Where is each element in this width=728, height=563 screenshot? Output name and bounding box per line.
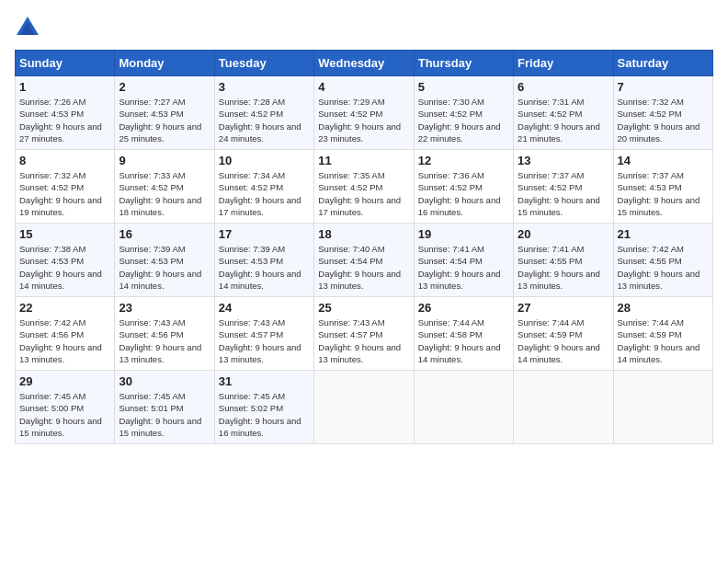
calendar-cell: 28Sunrise: 7:44 AMSunset: 4:59 PMDayligh…: [613, 297, 712, 371]
day-number: 10: [219, 154, 310, 167]
calendar-cell: 25Sunrise: 7:43 AMSunset: 4:57 PMDayligh…: [314, 297, 414, 371]
day-number: 26: [418, 301, 509, 315]
day-info: Sunrise: 7:38 AMSunset: 4:53 PMDaylight:…: [19, 243, 110, 292]
calendar-cell: 27Sunrise: 7:44 AMSunset: 4:59 PMDayligh…: [514, 297, 613, 371]
header-friday: Friday: [514, 51, 613, 76]
day-number: 2: [119, 80, 210, 94]
calendar-cell: 31Sunrise: 7:45 AMSunset: 5:02 PMDayligh…: [214, 371, 313, 444]
day-number: 18: [318, 227, 409, 241]
calendar-week-row: 1Sunrise: 7:26 AMSunset: 4:53 PMDaylight…: [16, 76, 713, 150]
day-info: Sunrise: 7:37 AMSunset: 4:53 PMDaylight:…: [618, 169, 709, 218]
calendar-header-row: SundayMondayTuesdayWednesdayThursdayFrid…: [16, 51, 713, 76]
calendar-cell: [613, 371, 712, 444]
day-number: 25: [318, 301, 409, 315]
calendar-cell: [314, 371, 414, 444]
calendar-week-row: 8Sunrise: 7:32 AMSunset: 4:52 PMDaylight…: [16, 150, 713, 224]
day-number: 1: [19, 80, 110, 94]
calendar-cell: 23Sunrise: 7:43 AMSunset: 4:56 PMDayligh…: [115, 297, 214, 371]
calendar-cell: 20Sunrise: 7:41 AMSunset: 4:55 PMDayligh…: [514, 224, 613, 297]
day-number: 11: [318, 154, 409, 167]
calendar-cell: 26Sunrise: 7:44 AMSunset: 4:58 PMDayligh…: [414, 297, 513, 371]
day-number: 30: [119, 374, 210, 388]
day-info: Sunrise: 7:32 AMSunset: 4:52 PMDaylight:…: [19, 169, 110, 218]
page-header: [15, 15, 713, 40]
day-number: 16: [119, 227, 210, 241]
day-info: Sunrise: 7:40 AMSunset: 4:54 PMDaylight:…: [318, 243, 409, 292]
logo: [15, 15, 44, 40]
calendar-cell: 4Sunrise: 7:29 AMSunset: 4:52 PMDaylight…: [314, 76, 414, 150]
day-number: 19: [418, 227, 509, 241]
calendar-table: SundayMondayTuesdayWednesdayThursdayFrid…: [15, 50, 713, 444]
calendar-cell: 7Sunrise: 7:32 AMSunset: 4:52 PMDaylight…: [613, 76, 712, 150]
day-info: Sunrise: 7:42 AMSunset: 4:56 PMDaylight:…: [19, 316, 110, 365]
calendar-cell: 22Sunrise: 7:42 AMSunset: 4:56 PMDayligh…: [16, 297, 115, 371]
day-info: Sunrise: 7:45 AMSunset: 5:00 PMDaylight:…: [19, 390, 110, 439]
day-info: Sunrise: 7:41 AMSunset: 4:54 PMDaylight:…: [418, 243, 509, 292]
calendar-cell: 9Sunrise: 7:33 AMSunset: 4:52 PMDaylight…: [115, 150, 214, 224]
calendar-cell: 30Sunrise: 7:45 AMSunset: 5:01 PMDayligh…: [115, 371, 214, 444]
day-number: 27: [518, 301, 609, 315]
day-number: 29: [19, 374, 110, 388]
calendar-week-row: 29Sunrise: 7:45 AMSunset: 5:00 PMDayligh…: [16, 371, 713, 444]
day-number: 13: [518, 154, 609, 167]
calendar-cell: 12Sunrise: 7:36 AMSunset: 4:52 PMDayligh…: [414, 150, 513, 224]
header-thursday: Thursday: [414, 51, 513, 76]
day-number: 17: [219, 227, 310, 241]
header-sunday: Sunday: [16, 51, 115, 76]
calendar-cell: 17Sunrise: 7:39 AMSunset: 4:53 PMDayligh…: [214, 224, 313, 297]
day-number: 9: [119, 154, 210, 167]
calendar-cell: 19Sunrise: 7:41 AMSunset: 4:54 PMDayligh…: [414, 224, 513, 297]
day-info: Sunrise: 7:44 AMSunset: 4:59 PMDaylight:…: [618, 316, 709, 365]
day-info: Sunrise: 7:37 AMSunset: 4:52 PMDaylight:…: [518, 169, 609, 218]
calendar-cell: 21Sunrise: 7:42 AMSunset: 4:55 PMDayligh…: [613, 224, 712, 297]
calendar-cell: 2Sunrise: 7:27 AMSunset: 4:53 PMDaylight…: [115, 76, 214, 150]
logo-icon: [15, 15, 40, 40]
calendar-cell: 14Sunrise: 7:37 AMSunset: 4:53 PMDayligh…: [613, 150, 712, 224]
day-info: Sunrise: 7:35 AMSunset: 4:52 PMDaylight:…: [318, 169, 409, 218]
day-info: Sunrise: 7:41 AMSunset: 4:55 PMDaylight:…: [518, 243, 609, 292]
header-wednesday: Wednesday: [314, 51, 414, 76]
day-info: Sunrise: 7:32 AMSunset: 4:52 PMDaylight:…: [618, 96, 709, 144]
day-number: 28: [618, 301, 709, 315]
calendar-cell: 15Sunrise: 7:38 AMSunset: 4:53 PMDayligh…: [16, 224, 115, 297]
day-info: Sunrise: 7:45 AMSunset: 5:02 PMDaylight:…: [219, 390, 310, 439]
calendar-week-row: 15Sunrise: 7:38 AMSunset: 4:53 PMDayligh…: [16, 224, 713, 297]
day-info: Sunrise: 7:42 AMSunset: 4:55 PMDaylight:…: [618, 243, 709, 292]
day-info: Sunrise: 7:39 AMSunset: 4:53 PMDaylight:…: [119, 243, 210, 292]
day-number: 15: [19, 227, 110, 241]
day-info: Sunrise: 7:33 AMSunset: 4:52 PMDaylight:…: [119, 169, 210, 218]
calendar-cell: 5Sunrise: 7:30 AMSunset: 4:52 PMDaylight…: [414, 76, 513, 150]
calendar-cell: 1Sunrise: 7:26 AMSunset: 4:53 PMDaylight…: [16, 76, 115, 150]
day-info: Sunrise: 7:44 AMSunset: 4:58 PMDaylight:…: [418, 316, 509, 365]
day-number: 8: [19, 154, 110, 167]
calendar-week-row: 22Sunrise: 7:42 AMSunset: 4:56 PMDayligh…: [16, 297, 713, 371]
header-monday: Monday: [115, 51, 214, 76]
day-number: 5: [418, 80, 509, 94]
calendar-cell: 18Sunrise: 7:40 AMSunset: 4:54 PMDayligh…: [314, 224, 414, 297]
calendar-cell: 13Sunrise: 7:37 AMSunset: 4:52 PMDayligh…: [514, 150, 613, 224]
day-number: 22: [19, 301, 110, 315]
day-info: Sunrise: 7:30 AMSunset: 4:52 PMDaylight:…: [418, 96, 509, 144]
day-info: Sunrise: 7:45 AMSunset: 5:01 PMDaylight:…: [119, 390, 210, 439]
day-number: 14: [618, 154, 709, 167]
day-number: 23: [119, 301, 210, 315]
calendar-cell: 11Sunrise: 7:35 AMSunset: 4:52 PMDayligh…: [314, 150, 414, 224]
calendar-cell: 8Sunrise: 7:32 AMSunset: 4:52 PMDaylight…: [16, 150, 115, 224]
day-info: Sunrise: 7:39 AMSunset: 4:53 PMDaylight:…: [219, 243, 310, 292]
header-tuesday: Tuesday: [214, 51, 313, 76]
day-info: Sunrise: 7:26 AMSunset: 4:53 PMDaylight:…: [19, 96, 110, 144]
day-info: Sunrise: 7:36 AMSunset: 4:52 PMDaylight:…: [418, 169, 509, 218]
day-info: Sunrise: 7:34 AMSunset: 4:52 PMDaylight:…: [219, 169, 310, 218]
calendar-cell: 10Sunrise: 7:34 AMSunset: 4:52 PMDayligh…: [214, 150, 313, 224]
calendar-cell: [514, 371, 613, 444]
calendar-cell: 29Sunrise: 7:45 AMSunset: 5:00 PMDayligh…: [16, 371, 115, 444]
day-info: Sunrise: 7:31 AMSunset: 4:52 PMDaylight:…: [518, 96, 609, 144]
day-number: 7: [618, 80, 709, 94]
day-info: Sunrise: 7:28 AMSunset: 4:52 PMDaylight:…: [219, 96, 310, 144]
day-number: 4: [318, 80, 409, 94]
day-info: Sunrise: 7:43 AMSunset: 4:57 PMDaylight:…: [219, 316, 310, 365]
day-info: Sunrise: 7:27 AMSunset: 4:53 PMDaylight:…: [119, 96, 210, 144]
day-number: 20: [518, 227, 609, 241]
day-number: 3: [219, 80, 310, 94]
calendar-cell: 16Sunrise: 7:39 AMSunset: 4:53 PMDayligh…: [115, 224, 214, 297]
